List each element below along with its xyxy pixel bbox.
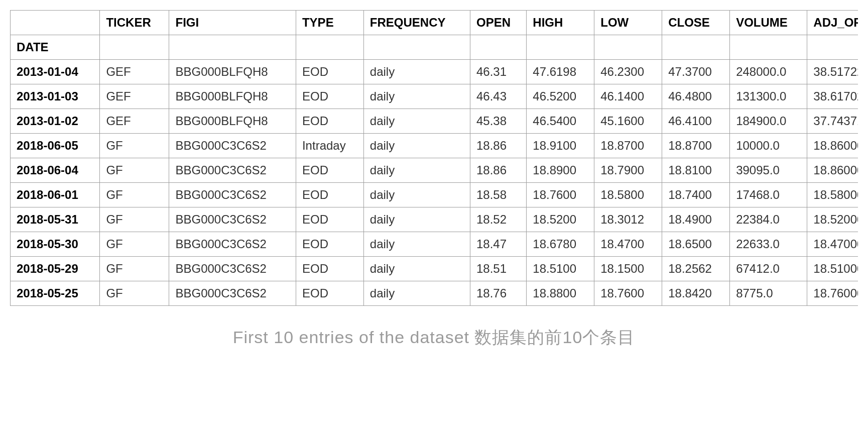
column-header: HIGH [527, 11, 594, 35]
data-cell: EOD [296, 281, 363, 306]
table-row: 2013-01-02GEFBBG000BLFQH8EODdaily45.3846… [11, 109, 858, 134]
empty-cell [730, 35, 807, 60]
data-cell: 8775.0 [730, 281, 807, 306]
data-cell: 18.510000 [807, 257, 858, 281]
date-cell: 2018-06-04 [11, 158, 100, 183]
figure-caption: First 10 entries of the dataset 数据集的前10个… [10, 326, 858, 349]
data-table: TICKERFIGITYPEFREQUENCYOPENHIGHLOWCLOSEV… [10, 10, 858, 306]
table-header-row: TICKERFIGITYPEFREQUENCYOPENHIGHLOWCLOSEV… [11, 11, 858, 35]
empty-cell [470, 35, 526, 60]
table-row: 2018-05-25GFBBG000C3C6S2EODdaily18.7618.… [11, 281, 858, 306]
table-scroll-region[interactable]: TICKERFIGITYPEFREQUENCYOPENHIGHLOWCLOSEV… [10, 10, 858, 306]
data-cell: EOD [296, 183, 363, 207]
data-cell: 45.38 [470, 109, 526, 134]
data-cell: 46.4800 [662, 84, 730, 109]
data-cell: BBG000C3C6S2 [169, 232, 296, 257]
data-cell: daily [363, 183, 470, 207]
data-cell: 46.2300 [594, 60, 662, 84]
index-name-cell: DATE [11, 35, 100, 60]
data-cell: 18.760000 [807, 281, 858, 306]
data-cell: 10000.0 [730, 134, 807, 158]
data-cell: 248000.0 [730, 60, 807, 84]
data-cell: daily [363, 232, 470, 257]
date-cell: 2018-05-31 [11, 207, 100, 232]
data-cell: 18.9100 [527, 134, 594, 158]
data-cell: 18.3012 [594, 207, 662, 232]
data-cell: 18.1500 [594, 257, 662, 281]
data-cell: GF [100, 207, 169, 232]
index-label-row: DATE [11, 35, 858, 60]
data-cell: 18.4700 [594, 232, 662, 257]
data-cell: 47.3700 [662, 60, 730, 84]
data-cell: EOD [296, 158, 363, 183]
data-cell: 46.4100 [662, 109, 730, 134]
data-cell: 37.743715 [807, 109, 858, 134]
data-cell: BBG000C3C6S2 [169, 134, 296, 158]
data-cell: 18.6780 [527, 232, 594, 257]
empty-cell [594, 35, 662, 60]
data-cell: 18.86 [470, 134, 526, 158]
date-cell: 2018-06-05 [11, 134, 100, 158]
column-header: FREQUENCY [363, 11, 470, 35]
data-cell: 18.8900 [527, 158, 594, 183]
data-cell: GEF [100, 60, 169, 84]
data-cell: 18.47 [470, 232, 526, 257]
data-cell: 18.7900 [594, 158, 662, 183]
data-cell: 18.8700 [594, 134, 662, 158]
table-row: 2018-06-01GFBBG000C3C6S2EODdaily18.5818.… [11, 183, 858, 207]
data-cell: 18.7400 [662, 183, 730, 207]
data-cell: EOD [296, 109, 363, 134]
data-cell: BBG000C3C6S2 [169, 257, 296, 281]
data-cell: 18.4900 [662, 207, 730, 232]
index-corner-cell [11, 11, 100, 35]
data-cell: 18.580000 [807, 183, 858, 207]
data-cell: daily [363, 60, 470, 84]
data-cell: 18.6500 [662, 232, 730, 257]
data-cell: BBG000BLFQH8 [169, 84, 296, 109]
data-cell: 18.860000 [807, 158, 858, 183]
data-cell: GF [100, 158, 169, 183]
column-header: TICKER [100, 11, 169, 35]
data-cell: EOD [296, 257, 363, 281]
data-cell: 18.52 [470, 207, 526, 232]
data-cell: 17468.0 [730, 183, 807, 207]
column-header: FIGI [169, 11, 296, 35]
empty-cell [169, 35, 296, 60]
table-row: 2018-06-04GFBBG000C3C6S2EODdaily18.8618.… [11, 158, 858, 183]
data-cell: 18.58 [470, 183, 526, 207]
date-cell: 2018-05-30 [11, 232, 100, 257]
data-cell: 18.5200 [527, 207, 594, 232]
data-cell: 39095.0 [730, 158, 807, 183]
empty-cell [363, 35, 470, 60]
data-cell: 18.8800 [527, 281, 594, 306]
data-cell: 46.1400 [594, 84, 662, 109]
data-cell: EOD [296, 84, 363, 109]
data-cell: 18.7600 [527, 183, 594, 207]
data-cell: BBG000C3C6S2 [169, 158, 296, 183]
data-cell: GF [100, 257, 169, 281]
date-cell: 2013-01-04 [11, 60, 100, 84]
data-cell: daily [363, 158, 470, 183]
data-cell: 131300.0 [730, 84, 807, 109]
data-cell: GF [100, 183, 169, 207]
table-row: 2013-01-03GEFBBG000BLFQH8EODdaily46.4346… [11, 84, 858, 109]
data-cell: 18.5100 [527, 257, 594, 281]
data-cell: GF [100, 281, 169, 306]
data-cell: daily [363, 134, 470, 158]
date-cell: 2018-05-25 [11, 281, 100, 306]
data-cell: GF [100, 232, 169, 257]
table-row: 2013-01-04GEFBBG000BLFQH8EODdaily46.3147… [11, 60, 858, 84]
data-cell: 18.5800 [594, 183, 662, 207]
column-header: TYPE [296, 11, 363, 35]
data-cell: 18.76 [470, 281, 526, 306]
data-cell: 18.2562 [662, 257, 730, 281]
data-cell: BBG000C3C6S2 [169, 183, 296, 207]
empty-cell [527, 35, 594, 60]
empty-cell [807, 35, 858, 60]
data-cell: 18.8420 [662, 281, 730, 306]
data-cell: 22633.0 [730, 232, 807, 257]
empty-cell [100, 35, 169, 60]
data-cell: 38.617027 [807, 84, 858, 109]
column-header: CLOSE [662, 11, 730, 35]
column-header: ADJ_OPEN [807, 11, 858, 35]
